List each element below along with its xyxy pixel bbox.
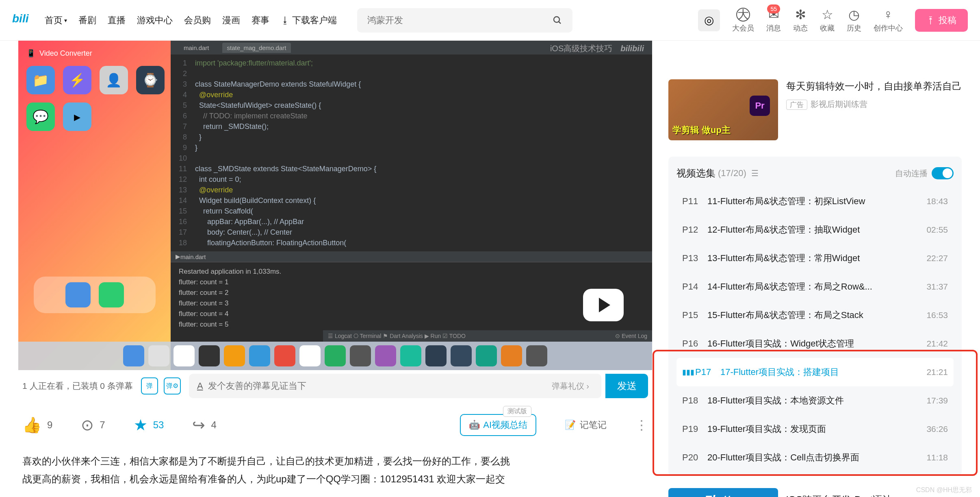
thumbs-up-icon: 👍 xyxy=(22,416,41,434)
safari-icon xyxy=(65,282,91,307)
ai-summary-button[interactable]: 🤖 AI视频总结 测试版 xyxy=(460,414,536,436)
playlist-item[interactable]: P2020-Flutter项目实战：Cell点击切换界面11:18 xyxy=(676,443,954,472)
episode-title: 12-Flutter布局&状态管理：抽取Widget xyxy=(707,224,921,236)
rec-title: iOS跨平台开发-Dart语法 xyxy=(786,493,892,497)
chevron-down-icon: ▾ xyxy=(64,17,67,24)
video-watermark: iOS高级技术技巧 bilibili xyxy=(550,43,644,54)
app-icon: ⚡ xyxy=(63,66,91,94)
music-icon xyxy=(274,345,295,366)
nav-live[interactable]: 直播 xyxy=(108,14,126,26)
playlist-item[interactable]: ▮▮▮P1717-Flutter项目实战：搭建项目21:21 xyxy=(676,358,954,386)
episode-duration: 36:26 xyxy=(926,424,948,434)
header-favorites[interactable]: ☆ 收藏 xyxy=(820,8,835,33)
header-creator[interactable]: ♀ 创作中心 xyxy=(874,8,903,33)
code-area: 1import 'package:flutter/material.dart';… xyxy=(171,54,652,251)
coin-icon: ⊙ xyxy=(81,416,94,434)
clock-icon: ◷ xyxy=(847,8,861,22)
more-button[interactable]: ⋮ xyxy=(635,417,648,433)
nav-home[interactable]: 首页▾ xyxy=(45,14,67,26)
episode-duration: 18:43 xyxy=(926,196,948,206)
playlist-item[interactable]: P1212-Flutter布局&状态管理：抽取Widget02:55 xyxy=(676,216,954,244)
episode-title: 17-Flutter项目实战：搭建项目 xyxy=(720,366,921,378)
finder-icon xyxy=(123,345,144,366)
danmu-etiquette-link[interactable]: 弹幕礼仪 › xyxy=(552,381,589,392)
danmu-toggles: 弹 弹⚙ xyxy=(141,377,181,395)
episode-title: 18-Flutter项目实战：本地资源文件 xyxy=(707,395,921,407)
nav-manga[interactable]: 漫画 xyxy=(222,14,240,26)
playlist-title: 视频选集 xyxy=(676,167,715,180)
playlist-header: 视频选集 (17/20) ☰ 自动连播 xyxy=(676,167,954,180)
playlist-item[interactable]: P1515-Flutter布局&状态管理：布局之Stack16:53 xyxy=(676,301,954,329)
playlist-item[interactable]: P1919-Flutter项目实战：发现页面36:26 xyxy=(676,415,954,443)
video-player[interactable]: 📱 Video Converter 📁 ⚡ 👤 ⌚ 💬 ▸ xyxy=(18,41,652,370)
nav-download-client[interactable]: ⭳ 下载客户端 xyxy=(281,14,337,26)
search-box[interactable] xyxy=(357,8,572,33)
episode-number: P19 xyxy=(682,424,707,434)
app-icon: 👤 xyxy=(100,66,128,94)
run-tab: ▶ main.dart xyxy=(171,251,652,262)
ios-simulator: 📱 Video Converter 📁 ⚡ 👤 ⌚ 💬 ▸ xyxy=(18,41,171,370)
header-history[interactable]: ◷ 历史 xyxy=(847,8,861,33)
episode-duration: 16:53 xyxy=(926,310,948,320)
danmu-bar: 1 人正在看，已装填 0 条弹幕 弹 弹⚙ A 弹幕礼仪 › 发送 xyxy=(18,370,652,402)
playlist-item[interactable]: P1616-Flutter项目实战：Widget状态管理21:42 xyxy=(676,329,954,358)
app-icon xyxy=(451,345,472,366)
header-trends[interactable]: ✻ 动态 xyxy=(793,8,808,33)
episode-duration: 22:27 xyxy=(926,253,948,263)
app-icon xyxy=(350,345,371,366)
search-input[interactable] xyxy=(367,15,553,26)
episode-duration: 17:39 xyxy=(926,396,948,405)
episode-number: P15 xyxy=(682,310,707,320)
notes-icon: 📝 xyxy=(565,420,576,430)
ad-subtitle: 广告影视后期训练营 xyxy=(786,99,962,110)
playlist-item[interactable]: P1414-Flutter布局&状态管理：布局之Row&...31:37 xyxy=(676,272,954,301)
nav-esports[interactable]: 赛事 xyxy=(252,14,269,26)
playlist-item[interactable]: P1313-Flutter布局&状态管理：常用Widget22:27 xyxy=(676,244,954,272)
qq-icon xyxy=(199,345,220,366)
app-titlebar: 📱 Video Converter xyxy=(26,49,163,58)
app-icon: ⌚ xyxy=(136,66,165,94)
header-message[interactable]: ✉ 55 消息 xyxy=(766,8,781,33)
danmu-input-wrap: A 弹幕礼仪 › xyxy=(189,374,601,398)
bilibili-logo[interactable]: bili xyxy=(12,12,37,28)
app-icon xyxy=(400,345,421,366)
fan-icon: ✻ xyxy=(794,8,807,22)
danmu-input[interactable] xyxy=(208,381,552,391)
like-button[interactable]: 👍 9 xyxy=(22,416,52,434)
coin-button[interactable]: ⊙ 7 xyxy=(81,416,105,434)
action-bar: 👍 9 ⊙ 7 ★ 53 ↪ 4 🤖 AI视频总结 测试版 📝 xyxy=(18,402,652,448)
autoplay-toggle[interactable] xyxy=(932,167,954,179)
play-button-overlay[interactable] xyxy=(583,289,624,321)
chrome-icon xyxy=(299,345,321,366)
font-style-icon[interactable]: A xyxy=(197,381,203,391)
site-header: bili 首页▾ 番剧 直播 游戏中心 会员购 漫画 赛事 ⭳ 下载客户端 ◎ … xyxy=(0,0,980,41)
app-icon xyxy=(249,345,270,366)
nav-game[interactable]: 游戏中心 xyxy=(137,14,173,26)
danmu-toggle-btn[interactable]: 弹 xyxy=(141,377,158,395)
share-button[interactable]: ↪ 4 xyxy=(192,416,216,434)
submit-button[interactable]: ⭱ 投稿 xyxy=(915,9,968,32)
episode-title: 11-Flutter布局&状态管理：初探ListView xyxy=(707,195,921,207)
primary-nav: 首页▾ 番剧 直播 游戏中心 会员购 漫画 赛事 ⭳ 下载客户端 xyxy=(45,14,337,26)
notes-button[interactable]: 📝 记笔记 xyxy=(565,419,607,431)
episode-duration: 31:37 xyxy=(926,282,948,292)
episode-duration: 11:18 xyxy=(926,453,948,462)
file-tab-active: state_mag_demo.dart xyxy=(222,43,291,53)
watcher-count: 1 人正在看，已装填 0 条弹幕 xyxy=(22,380,133,392)
list-view-icon[interactable]: ☰ xyxy=(751,168,759,178)
app-icon xyxy=(173,345,195,366)
playlist-count: (17/20) xyxy=(718,168,746,179)
header-vip[interactable]: 大 大会员 xyxy=(732,8,754,33)
ad-card[interactable]: Pr 学剪辑 做up主 每天剪辑特效一小时，自由接单养活自己 广告影视后期训练营 xyxy=(668,79,962,140)
user-avatar[interactable]: ◎ xyxy=(698,9,720,31)
search-icon[interactable] xyxy=(553,15,562,25)
video-description: 喜欢的小伙伴来个三连，相信大家都是为了不断提升自己，让自己的技术更加精进，要么找… xyxy=(18,448,652,488)
send-danmu-button[interactable]: 发送 xyxy=(605,374,648,398)
favorite-button[interactable]: ★ 53 xyxy=(134,416,164,434)
playlist-item[interactable]: P1111-Flutter布局&状态管理：初探ListView18:43 xyxy=(676,187,954,216)
nav-vip-buy[interactable]: 会员购 xyxy=(184,14,211,26)
nav-anime[interactable]: 番剧 xyxy=(78,14,96,26)
danmu-settings-btn[interactable]: 弹⚙ xyxy=(164,377,181,395)
star-icon: ★ xyxy=(134,416,147,434)
playlist-item[interactable]: P1818-Flutter项目实战：本地资源文件17:39 xyxy=(676,386,954,415)
